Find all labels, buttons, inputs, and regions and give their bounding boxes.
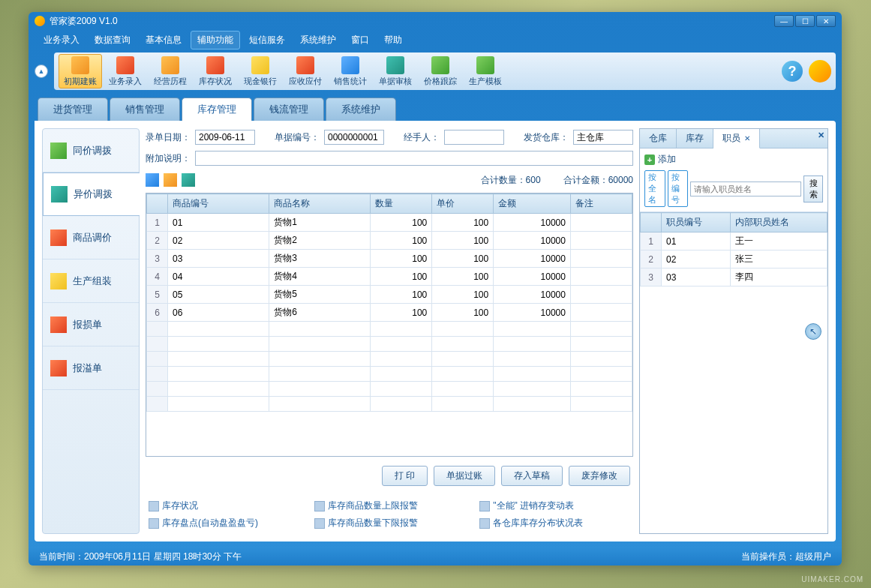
table-row[interactable]: 505货物510010010000 (147, 286, 632, 304)
table-row[interactable] (147, 397, 632, 412)
sidebar-item-4[interactable]: 报损单 (43, 303, 139, 346)
link-2[interactable]: "全能" 进销存变动表 (479, 500, 630, 512)
search-input[interactable] (690, 182, 801, 196)
draft-button[interactable]: 存入草稿 (501, 466, 563, 486)
main-tab-3[interactable]: 钱流管理 (254, 98, 324, 121)
sidebar-item-2[interactable]: 商品调价 (43, 216, 139, 260)
menu-item-1[interactable]: 数据查询 (89, 32, 137, 49)
doc-input[interactable] (324, 130, 384, 145)
menu-item-6[interactable]: 窗口 (345, 32, 375, 49)
menu-item-4[interactable]: 短信服务 (243, 32, 291, 49)
main-tab-1[interactable]: 销售管理 (110, 98, 180, 121)
print-button[interactable]: 打 印 (382, 466, 428, 486)
table-row[interactable]: 303货物310010010000 (147, 250, 632, 268)
menu-item-5[interactable]: 系统维护 (294, 32, 342, 49)
table-row[interactable]: 202货物210010010000 (147, 232, 632, 250)
toolbar-btn-5[interactable]: 应收应付 (284, 54, 327, 88)
link-5[interactable]: 各仓库库存分布状况表 (479, 517, 630, 530)
titlebar[interactable]: 管家婆2009 V1.0 — ☐ ✕ (29, 12, 842, 30)
date-input[interactable] (195, 130, 255, 145)
maximize-button[interactable]: ☐ (795, 15, 815, 27)
table-row[interactable]: 101货物110010010000 (147, 214, 632, 232)
toolbar-icon (476, 56, 494, 74)
note-input[interactable] (195, 151, 633, 166)
warehouse-label: 发货仓库： (524, 131, 569, 144)
toolbar-btn-1[interactable]: 业务录入 (104, 54, 147, 88)
side-tab-0[interactable]: 仓库 (640, 129, 677, 148)
add-button[interactable]: + 添加 (644, 153, 823, 166)
toolbar-btn-4[interactable]: 现金银行 (239, 54, 282, 88)
table-row[interactable] (147, 352, 632, 367)
col-header[interactable]: 数量 (371, 194, 432, 214)
menu-item-7[interactable]: 帮助 (378, 32, 408, 49)
side-tabstrip: 仓库库存职员 ✕ (640, 129, 827, 148)
picker-icon-3[interactable] (182, 173, 195, 187)
col-header[interactable]: 单价 (432, 194, 494, 214)
col-header[interactable]: 商品编号 (168, 194, 269, 214)
post-button[interactable]: 单据过账 (434, 466, 495, 486)
col-header[interactable]: 商品名称 (269, 194, 371, 214)
discard-button[interactable]: 废弃修改 (569, 466, 630, 486)
scroll-up-icon[interactable]: ↖ (805, 323, 821, 340)
minimize-button[interactable]: — (774, 15, 794, 27)
picker-icon-2[interactable] (164, 173, 177, 187)
main-tab-2[interactable]: 库存管理 (182, 98, 252, 121)
search-button[interactable]: 搜索 (803, 176, 823, 202)
side-tab-1[interactable]: 库存 (677, 129, 713, 148)
table-row[interactable]: 202张三 (641, 250, 827, 268)
table-row[interactable] (147, 322, 632, 337)
sidebar-item-1[interactable]: 异价调拨 (43, 172, 140, 216)
link-3[interactable]: 库存盘点(自动盘盈盘亏) (149, 517, 299, 530)
by-code-button[interactable]: 按编号 (668, 170, 689, 207)
table-row[interactable]: 606货物610010010000 (147, 304, 632, 322)
main-tab-4[interactable]: 系统维护 (326, 98, 396, 121)
collapse-toolbar-button[interactable]: ▲ (35, 64, 48, 78)
links-grid: 库存状况库存商品数量上限报警"全能" 进销存变动表库存盘点(自动盘盈盘亏)库存商… (146, 495, 633, 534)
col-header[interactable]: 备注 (570, 194, 632, 214)
col-header[interactable]: 金额 (494, 194, 571, 214)
table-row[interactable]: 303李四 (641, 268, 827, 286)
by-fullname-button[interactable]: 按全名 (644, 170, 665, 207)
link-0[interactable]: 库存状况 (149, 500, 299, 512)
date-label: 录单日期： (146, 131, 191, 144)
tab-close-icon[interactable]: ✕ (744, 134, 750, 142)
main-grid[interactable]: 商品编号商品名称数量单价金额备注101货物110010010000202货物21… (146, 193, 633, 457)
col-header[interactable] (641, 213, 662, 232)
side-grid[interactable]: 职员编号内部职员姓名101王一202张三303李四 ↖ (640, 212, 827, 533)
table-row[interactable] (147, 367, 632, 382)
link-1[interactable]: 库存商品数量上限报警 (314, 500, 465, 512)
sidebar-item-5[interactable]: 报溢单 (43, 346, 139, 390)
handler-input[interactable] (444, 130, 504, 145)
table-row[interactable]: 101王一 (641, 232, 827, 250)
warehouse-input[interactable] (573, 130, 633, 145)
menu-item-0[interactable]: 业务录入 (38, 32, 86, 49)
menu-item-2[interactable]: 基本信息 (140, 32, 188, 49)
link-4[interactable]: 库存商品数量下限报警 (314, 517, 465, 530)
toolbar-btn-0[interactable]: 初期建账 (59, 54, 102, 88)
main-tab-0[interactable]: 进货管理 (38, 98, 108, 121)
toolbar-btn-7[interactable]: 单据审核 (374, 54, 417, 88)
toolbar-btn-9[interactable]: 生产模板 (464, 54, 507, 88)
link-icon (479, 518, 490, 529)
toolbar-btn-2[interactable]: 经营历程 (149, 54, 192, 88)
help-icon[interactable]: ? (782, 61, 803, 82)
link-icon (149, 518, 159, 529)
picker-icon-1[interactable] (146, 173, 159, 187)
col-header[interactable] (147, 194, 168, 214)
sidebar-item-3[interactable]: 生产组装 (43, 260, 139, 303)
side-tab-2[interactable]: 职员 ✕ (713, 129, 760, 148)
toolbar-btn-3[interactable]: 库存状况 (194, 54, 237, 88)
table-row[interactable]: 404货物410010010000 (147, 268, 632, 286)
table-row[interactable] (147, 382, 632, 397)
col-header[interactable]: 职员编号 (662, 213, 731, 232)
sidebar-item-0[interactable]: 同价调拨 (43, 129, 139, 172)
table-row[interactable] (147, 337, 632, 352)
toolbar-btn-8[interactable]: 价格跟踪 (419, 54, 462, 88)
col-header[interactable]: 内部职员姓名 (731, 213, 827, 232)
sidebar: 同价调拨异价调拨商品调价生产组装报损单报溢单 (42, 128, 140, 534)
side-panel-close-icon[interactable]: ✕ (818, 130, 824, 140)
menu-item-3[interactable]: 辅助功能 (191, 31, 240, 50)
toolbar-btn-6[interactable]: 销售统计 (329, 54, 372, 88)
sidebar-icon (50, 273, 67, 290)
close-button[interactable]: ✕ (816, 15, 836, 27)
